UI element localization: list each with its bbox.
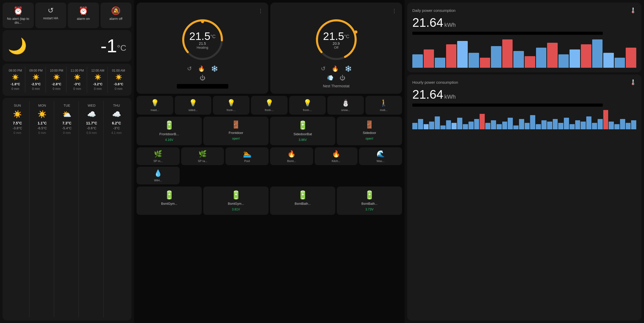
bsmt-gym-battery-1[interactable]: 🔋 BsmtGym...	[137, 186, 202, 215]
hourly-redacted-line	[412, 104, 603, 107]
sensor-sp-rain[interactable]: 🌿 SP ra...	[181, 147, 224, 165]
hourly-bar	[547, 122, 552, 129]
hourly-bar	[491, 120, 496, 129]
sensor-wth[interactable]: 💧 WtH...	[137, 167, 180, 184]
battery-full-icon-1: 🔋	[298, 120, 308, 130]
hourly-bar	[626, 123, 631, 129]
daily-bar	[457, 41, 468, 68]
light-bulb-icon-0: 💡	[151, 99, 159, 107]
light-bulb-icon-1: 💡	[189, 99, 197, 107]
daily-bar	[446, 44, 457, 68]
daily-bar	[469, 53, 479, 68]
hourly-chart	[412, 109, 636, 129]
alarm-off-label: alarm off	[110, 17, 122, 21]
thermostat2-name: Nest Thermostat	[323, 84, 349, 88]
thermostat2-cool[interactable]: ❄️	[345, 65, 352, 72]
thermostat-row: ⋮ 21.5°C 21.5 Heating ↺ 🔥 ❄️ ⏻	[137, 3, 402, 94]
light-master[interactable]: 💡 mast...	[137, 96, 173, 115]
thermostat2-heat[interactable]: 🔥	[332, 65, 339, 72]
hourly-bar	[586, 116, 591, 129]
door-open-icon-0: 🚪	[231, 120, 240, 129]
hourly-bar	[631, 120, 636, 129]
daily-bar	[626, 48, 636, 68]
hour-col-5: 01:00 AM ☀️ -3.6°C 0 mm	[109, 67, 128, 93]
daily-bar	[592, 39, 603, 68]
hourly-power-title: Hourly power consumption	[412, 80, 458, 84]
sensor-sp-main[interactable]: 🌿 SP m...	[137, 147, 180, 165]
alarm-on-button[interactable]: ⏰ alarm on	[68, 3, 99, 28]
light-snow[interactable]: ⛄ snow...	[327, 96, 364, 115]
hourly-bar	[508, 118, 513, 129]
hourly-bar	[424, 124, 429, 129]
bsmt-gym-battery-2[interactable]: 🔋 BsmtGym... 3.81V	[203, 186, 269, 215]
restart-ha-label: restart HA	[43, 16, 58, 20]
sensor-pool[interactable]: 🏊 Pool	[225, 147, 269, 165]
thermostat1-refresh[interactable]: ↺	[187, 65, 192, 72]
day-col-wed: WED ☁️ 11.7°C -0.6°C 0.9 mm	[80, 101, 104, 317]
thermostat1-menu[interactable]: ⋮	[258, 8, 263, 14]
thermostat1-heat[interactable]: 🔥	[198, 65, 205, 72]
daily-bar	[603, 53, 614, 68]
hourly-bar	[457, 118, 462, 129]
washer-icon: 🌊	[377, 150, 385, 158]
hourly-bar	[570, 124, 575, 129]
hourly-bar	[440, 125, 446, 129]
daily-bar	[480, 58, 490, 68]
hourly-bar	[558, 123, 563, 129]
bsmt-icon: 🔥	[287, 150, 296, 158]
daily-chart	[412, 37, 636, 68]
hourly-bar	[412, 123, 417, 129]
thermostat-1[interactable]: ⋮ 21.5°C 21.5 Heating ↺ 🔥 ❄️ ⏻	[137, 3, 268, 94]
svg-point-5	[354, 30, 357, 33]
light-front-1[interactable]: 💡 front-...	[213, 96, 249, 115]
sensor-washer[interactable]: 🌊 Was...	[359, 147, 402, 165]
battery-checkmark-icon-3: 🔋	[364, 190, 375, 200]
hourly-power-value: 21.64	[412, 87, 443, 101]
sidedoor-sensor[interactable]: 🚪 Sidedoor open!	[337, 117, 402, 145]
hourly-bar	[429, 122, 434, 129]
frontdoor-sensor[interactable]: 🚪 Frontdoor open!	[203, 117, 269, 145]
door-row: 🔋 FrontdoorB... 4.16V 🚪 Frontdoor open! …	[137, 117, 402, 145]
hourly-bar	[598, 119, 603, 129]
no-alert-button[interactable]: ⏰ No alert (tap to dis...	[3, 3, 34, 28]
daily-power-value: 21.64	[412, 15, 443, 30]
bsmt-bath-battery-2[interactable]: 🔋 BsmtBath... 3.73V	[337, 186, 402, 215]
bsmt-bath-battery-1[interactable]: 🔋 BsmtBath...	[270, 186, 335, 215]
hourly-bar	[513, 125, 518, 129]
left-panel: ⏰ No alert (tap to dis... ↺ restart HA ⏰…	[0, 0, 134, 323]
thermostat2-power[interactable]: ⏻	[340, 75, 345, 81]
battery-checkmark-icon-1: 🔋	[231, 190, 241, 200]
moon-icon: 🌙	[8, 37, 27, 55]
daily-bar	[412, 54, 423, 68]
thermostat1-cool[interactable]: ❄️	[211, 65, 218, 72]
light-front-3[interactable]: 💡 front-...	[289, 96, 326, 115]
frontdoor-battery[interactable]: 🔋 FrontdoorB... 4.16V	[137, 117, 202, 145]
daily-redacted-line	[412, 32, 603, 35]
hourly-bar	[525, 123, 530, 129]
light-motion[interactable]: 🚶 moti...	[365, 96, 402, 115]
light-front-2[interactable]: 💡 front-...	[251, 96, 288, 115]
hourly-bar	[592, 123, 597, 129]
hourly-bar	[564, 118, 569, 129]
alarm-off-button[interactable]: 🔕 alarm off	[101, 3, 132, 28]
thermostat2-refresh[interactable]: ↺	[321, 65, 325, 72]
thermostat2-menu[interactable]: ⋮	[392, 8, 397, 14]
thermostat2-temp-display: 21.5°C 20.9 Off	[323, 30, 349, 49]
hour-col-0: 08:00 PM ☀️ -1.8°C 0 mm	[6, 67, 25, 93]
sensor-bsmt[interactable]: 🔥 Bsmt...	[270, 147, 313, 165]
daily-power-value-row: 21.64 kWh	[412, 15, 636, 30]
sensor-kitchen[interactable]: 🔥 Kitch...	[315, 147, 358, 165]
thermometer-icon-hourly: 🌡️	[630, 79, 636, 85]
alarm-on-icon: ⏰	[79, 6, 88, 15]
daily-bar	[491, 46, 501, 68]
sidedoor-battery[interactable]: 🔋 SidedoorBat 3.96V	[270, 117, 335, 145]
light-sided[interactable]: 💡 sided...	[175, 96, 211, 115]
thermostat-2[interactable]: ⋮ 21.5°C 20.9 Off ↺ 🔥 ❄️ 💨	[270, 3, 402, 94]
middle-panel: ⋮ 21.5°C 21.5 Heating ↺ 🔥 ❄️ ⏻	[134, 0, 405, 323]
daily-bar	[513, 51, 524, 68]
restart-ha-button[interactable]: ↺ restart HA	[35, 3, 66, 28]
thermostat1-power[interactable]: ⏻	[200, 75, 205, 81]
hourly-power-title-row: Hourly power consumption 🌡️	[412, 79, 636, 85]
sensors-row: 🌿 SP m... 🌿 SP ra... 🏊 Pool 🔥 Bsmt... 🔥 …	[137, 147, 402, 184]
wth-icon: 💧	[154, 169, 162, 177]
